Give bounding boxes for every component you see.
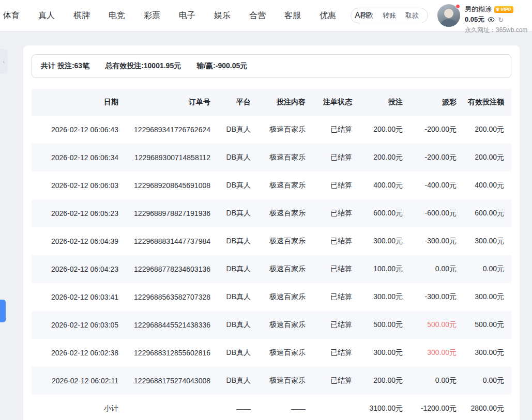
table-header-row: 日期订单号平台投注内容注单状态投注派彩有效投注额	[32, 89, 511, 116]
cell-status: 已结算	[313, 227, 359, 255]
nav-item-1[interactable]: 体育	[0, 0, 29, 31]
cell-bet-amount: 200.00元	[359, 367, 410, 395]
cell-valid-amount: 0.00元	[464, 255, 511, 283]
user-info: 男的糊涂 ♛VIP0 0.05元 ↻ 永久网址：365wb.com	[465, 4, 532, 35]
cell-order-number: 1229688978827191936	[126, 199, 218, 227]
wallet-button-3[interactable]: 取款	[401, 11, 423, 20]
cell-order-number: 1229688312855602816	[126, 339, 218, 367]
cell-bet-amount: 200.00元	[359, 144, 410, 172]
cell-platform: DB真人	[218, 172, 258, 199]
table-row[interactable]: 2026-02-12 06:05:23 1229688978827191936 …	[32, 199, 511, 227]
cell-payout: 0.00元	[410, 255, 464, 283]
cell-bet-amount: 600.00元	[359, 199, 410, 227]
avatar[interactable]	[437, 4, 460, 27]
side-tab-collapsed-top[interactable]: ‹	[0, 49, 8, 74]
cell-payout: -200.00元	[410, 116, 464, 144]
cell-payout: -600.00元	[410, 199, 464, 227]
cell-platform: DB真人	[218, 144, 258, 172]
table-row[interactable]: 2026-02-12 06:04:23 1229688778234603136 …	[32, 255, 511, 283]
cell-date: 2026-02-12 06:04:39	[32, 227, 126, 255]
nav-item-2[interactable]: 真人	[29, 0, 64, 31]
cell-status: 已结算	[313, 339, 359, 367]
cell-status: 已结算	[313, 283, 359, 311]
nav-item-8[interactable]: 合营	[240, 0, 275, 31]
cell-platform: DB真人	[218, 116, 258, 144]
cell-payout: -400.00元	[410, 172, 464, 199]
betting-records-panel: 共计 投注:63笔 总有效投注:10001.95元 输/赢:-900.05元 日…	[23, 45, 520, 420]
cell-bet-amount: 500.00元	[359, 311, 410, 339]
column-header-7: 派彩	[410, 89, 464, 116]
subtotal-content-dash: ——	[258, 395, 313, 420]
cell-bet-content: 极速百家乐	[258, 116, 313, 144]
table-row[interactable]: 2026-02-12 06:04:39 1229688831447737984 …	[32, 227, 511, 255]
cell-date: 2026-02-12 06:06:34	[32, 144, 126, 172]
cell-bet-amount: 400.00元	[359, 172, 410, 199]
nav-item-3[interactable]: 棋牌	[64, 0, 99, 31]
eye-icon[interactable]	[488, 17, 495, 23]
subtotal-label: 小计	[32, 395, 126, 420]
table-row[interactable]: 2026-02-12 06:06:43 1229689341726762624 …	[32, 116, 511, 144]
cell-bet-content: 极速百家乐	[258, 283, 313, 311]
cell-status: 已结算	[313, 367, 359, 395]
nav-item-5[interactable]: 彩票	[134, 0, 170, 31]
nav-item-10[interactable]: 优惠	[310, 0, 345, 31]
cell-valid-amount: 200.00元	[464, 116, 511, 144]
nav-item-6[interactable]: 电子	[170, 0, 205, 31]
cell-payout: -300.00元	[410, 227, 464, 255]
cell-platform: DB真人	[218, 339, 258, 367]
wallet-buttons: 存款转账取款	[351, 8, 428, 23]
summary-win-loss: 输/赢:-900.05元	[196, 61, 247, 71]
cell-date: 2026-02-12 06:06:43	[32, 116, 126, 144]
table-row[interactable]: 2026-02-12 06:02:38 1229688312855602816 …	[32, 339, 511, 367]
column-header-6: 投注	[359, 89, 410, 116]
cell-bet-content: 极速百家乐	[258, 339, 313, 367]
table-subtotal-row: 小计 —— —— 3100.00元 -1200.00元 2800.00元	[32, 395, 511, 420]
cell-bet-amount: 100.00元	[359, 255, 410, 283]
refresh-icon[interactable]: ↻	[498, 17, 504, 23]
cell-valid-amount: 300.00元	[464, 227, 511, 255]
cell-status: 已结算	[313, 172, 359, 199]
cell-bet-amount: 200.00元	[359, 116, 410, 144]
wallet-button-1[interactable]: 存款	[355, 11, 378, 20]
cell-order-number: 1229688778234603136	[126, 255, 218, 283]
crown-icon: ♛	[496, 7, 499, 12]
column-header-3: 平台	[218, 89, 258, 116]
wallet-button-2[interactable]: 转账	[378, 11, 401, 20]
vip-badge: ♛VIP0	[494, 6, 513, 13]
summary-total-bets: 共计 投注:63笔	[41, 61, 89, 71]
table-row[interactable]: 2026-02-12 06:06:34 1229689300714858112 …	[32, 144, 511, 172]
top-navigation-bar: 体育真人棋牌电竞彩票电子娱乐合营客服优惠APP 存款转账取款 男的糊涂 ♛VIP…	[0, 0, 532, 31]
cell-order-number: 1229688175274043008	[126, 367, 218, 395]
cell-status: 已结算	[313, 255, 359, 283]
cell-status: 已结算	[313, 116, 359, 144]
cell-date: 2026-02-12 06:06:03	[32, 172, 126, 199]
subtotal-platform-dash: ——	[218, 395, 258, 420]
nav-item-9[interactable]: 客服	[275, 0, 310, 31]
column-header-5: 注单状态	[313, 89, 359, 116]
user-name: 男的糊涂	[465, 5, 492, 14]
side-tab-collapsed-bottom[interactable]	[0, 300, 6, 322]
cell-platform: DB真人	[218, 227, 258, 255]
cell-bet-content: 极速百家乐	[258, 144, 313, 172]
nav-item-4[interactable]: 电竞	[99, 0, 134, 31]
table-row[interactable]: 2026-02-12 06:03:05 1229688445521438336 …	[32, 311, 511, 339]
topbar-right: 存款转账取款 男的糊涂 ♛VIP0 0.05元	[351, 0, 532, 31]
cell-bet-content: 极速百家乐	[258, 367, 313, 395]
cell-date: 2026-02-12 06:04:23	[32, 255, 126, 283]
cell-bet-content: 极速百家乐	[258, 255, 313, 283]
nav-item-7[interactable]: 娱乐	[205, 0, 240, 31]
table-row[interactable]: 2026-02-12 06:06:03 1229689208645691008 …	[32, 172, 511, 199]
cell-payout: 0.00元	[410, 367, 464, 395]
table-row[interactable]: 2026-02-12 06:03:41 1229688563582707328 …	[32, 283, 511, 311]
table-row[interactable]: 2026-02-12 06:02:11 1229688175274043008 …	[32, 367, 511, 395]
cell-payout: -300.00元	[410, 283, 464, 311]
cell-valid-amount: 0.00元	[464, 367, 511, 395]
cell-payout: 500.00元	[410, 311, 464, 339]
betting-records-table: 日期订单号平台投注内容注单状态投注派彩有效投注额 2026-02-12 06:0…	[32, 89, 511, 420]
cell-bet-content: 极速百家乐	[258, 311, 313, 339]
notification-dot	[455, 4, 460, 9]
cell-date: 2026-02-12 06:03:05	[32, 311, 126, 339]
column-header-2: 订单号	[126, 89, 218, 116]
cell-order-number: 1229688445521438336	[126, 311, 218, 339]
cell-date: 2026-02-12 06:02:38	[32, 339, 126, 367]
